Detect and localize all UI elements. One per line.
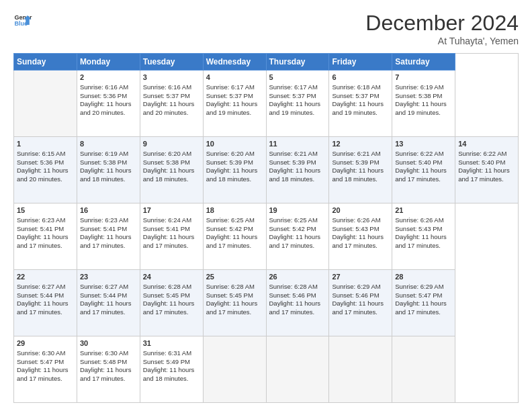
day-number: 4 — [206, 73, 263, 83]
calendar-cell — [266, 336, 329, 403]
day-info: Sunrise: 6:23 AMSunset: 5:41 PMDaylight:… — [17, 216, 69, 249]
calendar-table: Sunday Monday Tuesday Wednesday Thursday… — [13, 53, 519, 403]
day-number: 19 — [269, 205, 326, 216]
calendar-cell: 2Sunrise: 6:16 AMSunset: 5:36 PMDaylight… — [77, 71, 140, 137]
calendar-cell: 9Sunrise: 6:20 AMSunset: 5:38 PMDaylight… — [140, 137, 203, 203]
calendar-cell: 13Sunrise: 6:22 AMSunset: 5:40 PMDayligh… — [392, 137, 455, 203]
calendar-cell: 27Sunrise: 6:29 AMSunset: 5:46 PMDayligh… — [329, 270, 392, 336]
calendar-cell: 28Sunrise: 6:29 AMSunset: 5:47 PMDayligh… — [392, 270, 455, 336]
calendar-cell — [203, 336, 266, 403]
svg-text:Blue: Blue — [14, 20, 28, 27]
day-info: Sunrise: 6:27 AMSunset: 5:44 PMDaylight:… — [17, 283, 69, 316]
calendar-week-row: 15Sunrise: 6:23 AMSunset: 5:41 PMDayligh… — [14, 203, 519, 270]
calendar-cell — [14, 71, 77, 137]
day-info: Sunrise: 6:22 AMSunset: 5:40 PMDaylight:… — [395, 150, 447, 183]
calendar-cell: 5Sunrise: 6:17 AMSunset: 5:37 PMDaylight… — [266, 71, 329, 137]
day-number: 30 — [80, 338, 137, 349]
day-info: Sunrise: 6:17 AMSunset: 5:37 PMDaylight:… — [269, 83, 321, 116]
calendar-week-row: 22Sunrise: 6:27 AMSunset: 5:44 PMDayligh… — [14, 270, 519, 336]
day-number: 27 — [332, 272, 389, 282]
logo-icon: General Blue — [13, 11, 32, 30]
calendar-cell — [329, 336, 392, 403]
day-number: 5 — [269, 73, 326, 83]
calendar-cell: 29Sunrise: 6:30 AMSunset: 5:47 PMDayligh… — [14, 336, 77, 403]
col-thursday: Thursday — [266, 54, 329, 71]
subtitle: At Tuhayta', Yemen — [365, 36, 519, 46]
day-info: Sunrise: 6:21 AMSunset: 5:39 PMDaylight:… — [269, 150, 321, 183]
day-info: Sunrise: 6:17 AMSunset: 5:37 PMDaylight:… — [206, 83, 258, 116]
day-number: 17 — [143, 205, 200, 216]
calendar-cell: 26Sunrise: 6:28 AMSunset: 5:46 PMDayligh… — [266, 270, 329, 336]
col-monday: Monday — [77, 54, 140, 71]
day-info: Sunrise: 6:23 AMSunset: 5:41 PMDaylight:… — [80, 216, 132, 249]
col-saturday: Saturday — [392, 54, 455, 71]
day-number: 23 — [80, 272, 137, 282]
calendar-cell: 1Sunrise: 6:15 AMSunset: 5:36 PMDaylight… — [14, 137, 77, 203]
calendar-cell: 17Sunrise: 6:24 AMSunset: 5:41 PMDayligh… — [140, 203, 203, 270]
calendar-week-row: 29Sunrise: 6:30 AMSunset: 5:47 PMDayligh… — [14, 336, 519, 403]
calendar-week-row: 2Sunrise: 6:16 AMSunset: 5:36 PMDaylight… — [14, 71, 519, 137]
day-number: 22 — [17, 272, 74, 282]
day-number: 24 — [143, 272, 200, 282]
day-number: 18 — [206, 205, 263, 216]
header: General Blue December 2024 At Tuhayta', … — [13, 11, 519, 46]
calendar-cell: 12Sunrise: 6:21 AMSunset: 5:39 PMDayligh… — [329, 137, 392, 203]
day-info: Sunrise: 6:28 AMSunset: 5:45 PMDaylight:… — [143, 283, 195, 316]
calendar-cell: 19Sunrise: 6:25 AMSunset: 5:42 PMDayligh… — [266, 203, 329, 270]
col-tuesday: Tuesday — [140, 54, 203, 71]
day-info: Sunrise: 6:26 AMSunset: 5:43 PMDaylight:… — [332, 216, 384, 249]
calendar-cell: 4Sunrise: 6:17 AMSunset: 5:37 PMDaylight… — [203, 71, 266, 137]
col-sunday: Sunday — [14, 54, 77, 71]
day-info: Sunrise: 6:25 AMSunset: 5:42 PMDaylight:… — [269, 216, 321, 249]
day-info: Sunrise: 6:19 AMSunset: 5:38 PMDaylight:… — [80, 150, 132, 183]
day-info: Sunrise: 6:15 AMSunset: 5:36 PMDaylight:… — [17, 150, 69, 183]
calendar-cell: 7Sunrise: 6:19 AMSunset: 5:38 PMDaylight… — [392, 71, 455, 137]
day-number: 20 — [332, 205, 389, 216]
day-info: Sunrise: 6:27 AMSunset: 5:44 PMDaylight:… — [80, 283, 132, 316]
day-number: 28 — [395, 272, 452, 282]
calendar-cell: 15Sunrise: 6:23 AMSunset: 5:41 PMDayligh… — [14, 203, 77, 270]
day-info: Sunrise: 6:30 AMSunset: 5:48 PMDaylight:… — [80, 349, 132, 382]
day-number: 26 — [269, 272, 326, 282]
calendar-cell: 18Sunrise: 6:25 AMSunset: 5:42 PMDayligh… — [203, 203, 266, 270]
day-number: 13 — [395, 139, 452, 149]
calendar-cell: 22Sunrise: 6:27 AMSunset: 5:44 PMDayligh… — [14, 270, 77, 336]
day-number: 1 — [17, 139, 74, 149]
calendar-cell: 21Sunrise: 6:26 AMSunset: 5:43 PMDayligh… — [392, 203, 455, 270]
day-info: Sunrise: 6:30 AMSunset: 5:47 PMDaylight:… — [17, 349, 69, 382]
day-info: Sunrise: 6:19 AMSunset: 5:38 PMDaylight:… — [395, 83, 447, 116]
svg-text:General: General — [14, 14, 32, 21]
day-info: Sunrise: 6:20 AMSunset: 5:39 PMDaylight:… — [206, 150, 258, 183]
day-number: 15 — [17, 205, 74, 216]
calendar-cell: 25Sunrise: 6:28 AMSunset: 5:45 PMDayligh… — [203, 270, 266, 336]
day-number: 2 — [80, 73, 137, 83]
calendar-cell: 3Sunrise: 6:16 AMSunset: 5:37 PMDaylight… — [140, 71, 203, 137]
day-number: 29 — [17, 338, 74, 349]
day-info: Sunrise: 6:31 AMSunset: 5:49 PMDaylight:… — [143, 349, 195, 382]
day-info: Sunrise: 6:18 AMSunset: 5:37 PMDaylight:… — [332, 83, 384, 116]
day-info: Sunrise: 6:29 AMSunset: 5:46 PMDaylight:… — [332, 283, 384, 316]
col-wednesday: Wednesday — [203, 54, 266, 71]
day-info: Sunrise: 6:16 AMSunset: 5:36 PMDaylight:… — [80, 83, 132, 116]
calendar-cell: 8Sunrise: 6:19 AMSunset: 5:38 PMDaylight… — [77, 137, 140, 203]
month-title: December 2024 — [365, 11, 519, 36]
day-info: Sunrise: 6:28 AMSunset: 5:46 PMDaylight:… — [269, 283, 321, 316]
day-info: Sunrise: 6:20 AMSunset: 5:38 PMDaylight:… — [143, 150, 195, 183]
calendar-cell: 6Sunrise: 6:18 AMSunset: 5:37 PMDaylight… — [329, 71, 392, 137]
calendar-cell: 23Sunrise: 6:27 AMSunset: 5:44 PMDayligh… — [77, 270, 140, 336]
logo: General Blue — [13, 11, 32, 30]
day-info: Sunrise: 6:26 AMSunset: 5:43 PMDaylight:… — [395, 216, 447, 249]
day-info: Sunrise: 6:22 AMSunset: 5:40 PMDaylight:… — [458, 150, 510, 183]
day-info: Sunrise: 6:29 AMSunset: 5:47 PMDaylight:… — [395, 283, 447, 316]
day-number: 6 — [332, 73, 389, 83]
calendar-cell: 30Sunrise: 6:30 AMSunset: 5:48 PMDayligh… — [77, 336, 140, 403]
title-area: December 2024 At Tuhayta', Yemen — [365, 11, 519, 46]
calendar-cell: 14Sunrise: 6:22 AMSunset: 5:40 PMDayligh… — [455, 137, 519, 203]
calendar-header-row: Sunday Monday Tuesday Wednesday Thursday… — [14, 54, 519, 71]
calendar-cell: 24Sunrise: 6:28 AMSunset: 5:45 PMDayligh… — [140, 270, 203, 336]
day-number: 31 — [143, 338, 200, 349]
day-info: Sunrise: 6:28 AMSunset: 5:45 PMDaylight:… — [206, 283, 258, 316]
day-number: 11 — [269, 139, 326, 149]
day-number: 7 — [395, 73, 452, 83]
calendar-cell — [392, 336, 455, 403]
